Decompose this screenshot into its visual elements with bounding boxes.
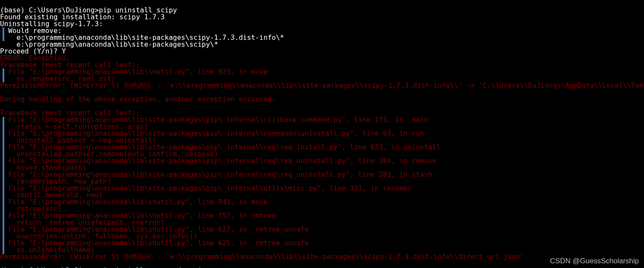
exception-handling-line: During handling of the above exception, … [0, 95, 276, 103]
selection-bar-icon [3, 68, 4, 82]
selection-bar-icon [3, 185, 4, 199]
selection-bar-icon [3, 226, 4, 240]
selection-bar-icon [3, 172, 4, 185]
selection-bar-icon [3, 240, 4, 254]
selection-bar-icon [3, 144, 4, 158]
selection-bar-icon [3, 27, 4, 41]
prompt-line-2: (base) C:\Users\DuJiong>pip install --up… [0, 266, 210, 268]
permission-error-line: PermissionError: [WinError 5] 拒绝访问。: 'e:… [0, 253, 524, 261]
selection-bar-icon [3, 117, 4, 131]
terminal-output[interactable]: (base) C:\Users\DuJiong>pip uninstall sc… [0, 0, 644, 268]
csdn-watermark: CSDN @GuessScholarship [550, 257, 639, 265]
selection-bar-icon [3, 213, 4, 226]
selection-bar-icon [3, 158, 4, 172]
permission-error-line: PermissionError: [WinError 5] 拒绝访问。: 'e:… [0, 81, 644, 89]
selection-bar-icon [3, 199, 4, 213]
selection-bar-icon [3, 131, 4, 144]
